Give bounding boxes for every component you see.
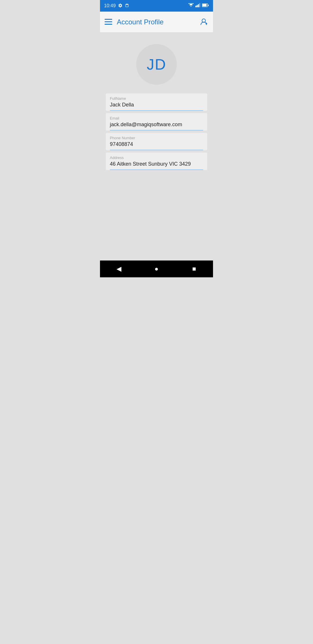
phone-label: Phone Number	[110, 136, 203, 140]
phone-card: Phone Number 97408874	[106, 133, 207, 150]
page-title: Account Profile	[117, 18, 163, 26]
fullname-value[interactable]: Jack Della	[110, 102, 203, 111]
menu-icon[interactable]	[105, 18, 112, 26]
status-left: 10:49	[104, 3, 129, 9]
status-right	[188, 3, 209, 9]
edit-profile-button[interactable]	[200, 18, 208, 26]
svg-rect-6	[208, 5, 209, 6]
email-label: Email	[110, 116, 203, 120]
app-bar: Account Profile	[100, 12, 213, 32]
svg-rect-5	[202, 4, 207, 7]
app-bar-left: Account Profile	[105, 18, 163, 26]
email-card: Email jack.della@magiqsoftware.com	[106, 113, 207, 131]
settings-icon	[118, 3, 123, 9]
home-button[interactable]: ●	[148, 263, 165, 275]
signal-icon	[195, 3, 201, 8]
phone-value[interactable]: 97408874	[110, 141, 203, 150]
wifi-icon	[188, 3, 194, 9]
status-bar: 10:49	[100, 0, 213, 12]
address-label: Address	[110, 155, 203, 160]
avatar: JD	[136, 44, 177, 85]
avatar-initials: JD	[147, 56, 166, 73]
avatar-area: JD	[100, 32, 213, 93]
svg-rect-0	[195, 6, 196, 7]
battery-icon	[202, 3, 209, 8]
fullname-label: FullName	[110, 96, 203, 101]
address-card: Address 46 Aitken Street Sunbury VIC 342…	[106, 153, 207, 170]
recent-button[interactable]: ■	[185, 263, 203, 275]
svg-rect-8	[105, 21, 112, 22]
fullname-card: FullName Jack Della	[106, 93, 207, 111]
svg-rect-1	[197, 5, 198, 7]
nav-bar: ◀ ● ■	[100, 261, 213, 277]
form-container: FullName Jack Della Email jack.della@mag…	[100, 93, 213, 261]
svg-rect-7	[105, 19, 112, 20]
svg-rect-2	[198, 4, 199, 8]
svg-rect-3	[199, 3, 200, 7]
svg-rect-9	[105, 24, 112, 25]
back-button[interactable]: ◀	[110, 263, 128, 275]
email-value[interactable]: jack.della@magiqsoftware.com	[110, 122, 203, 131]
clipboard-icon	[125, 3, 129, 9]
status-time: 10:49	[104, 3, 116, 8]
address-value[interactable]: 46 Aitken Street Sunbury VIC 3429	[110, 161, 203, 170]
